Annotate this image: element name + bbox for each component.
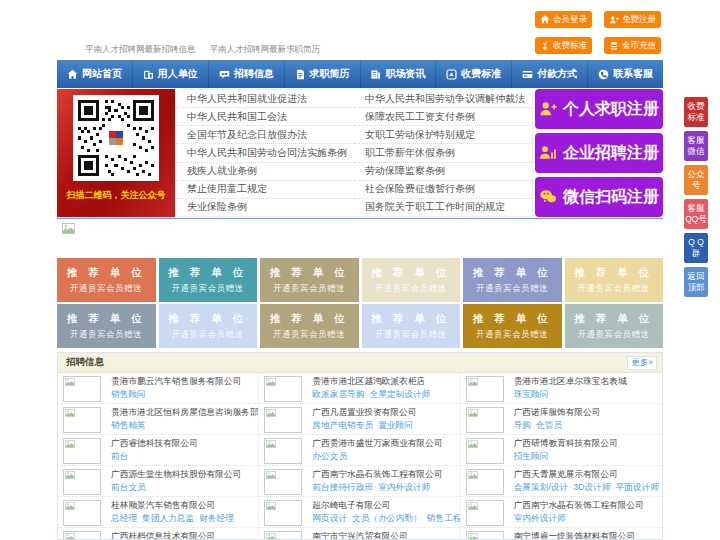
position-link[interactable]: 平面设计师	[615, 481, 658, 493]
company-link[interactable]: 南宁市宁兴汽贸有限公司	[312, 530, 426, 540]
jobs-more-link[interactable]: 更多»	[627, 356, 657, 370]
payment-icon	[522, 69, 533, 80]
position-link[interactable]: 销售工程师	[427, 512, 461, 524]
company-link[interactable]: 广西源生堂生物科技股份有限公司	[111, 468, 241, 481]
law-link[interactable]: 中华人民共和国工会法	[176, 108, 354, 126]
position-link[interactable]: 文员（办公内勤）	[352, 512, 422, 524]
position-link[interactable]: 办公文员	[312, 450, 347, 462]
position-link[interactable]: 销售顾问	[111, 388, 146, 400]
law-link[interactable]: 劳动保障监察条例	[354, 163, 532, 181]
top-button-4[interactable]: 金币充值	[604, 37, 661, 54]
position-link[interactable]: 3D设计师	[573, 481, 610, 493]
job-info: 广西南宁水晶石装饰工程有限公司前台接待行政班室内外设计师	[312, 468, 442, 496]
job-item: 广西贵港市盛世万家商业有限公司办公文员	[259, 435, 460, 466]
company-link[interactable]: 贵港市港北区卓尔珠宝名表城	[514, 375, 627, 388]
company-link[interactable]: 超尔崎电子有限公司	[312, 499, 456, 512]
position-link[interactable]: 网页设计	[312, 512, 347, 524]
promo-block[interactable]: 推 荐 单 位开通贵宾会员赠送	[463, 304, 562, 348]
law-link[interactable]: 中华人民共和国劳动合同法实施条例	[176, 144, 354, 162]
law-link[interactable]: 国务院关于职工工作时间的规定	[354, 199, 532, 216]
company-link[interactable]: 广西凡居置业投资有限公司	[312, 406, 416, 419]
register-button-3[interactable]: 微信扫码注册	[535, 177, 663, 217]
company-link[interactable]: 贵港市港北区恒科房屋信息咨询服务部	[111, 406, 255, 419]
register-button-1[interactable]: 个人求职注册	[535, 89, 663, 129]
law-link[interactable]: 全国年节及纪念日放假办法	[176, 126, 354, 144]
law-link[interactable]: 社会保险费征缴暂行条例	[354, 181, 532, 199]
position-link[interactable]: 销售精英	[111, 419, 146, 431]
side-tab-4[interactable]: 客服QQ号	[684, 199, 708, 229]
quick-link-1[interactable]: 平南人才招聘网最新招聘信息	[85, 44, 196, 56]
promo-block[interactable]: 推 荐 单 位开通贵宾会员赠送	[159, 258, 258, 302]
company-link[interactable]: 广西贵港市盛世万家商业有限公司	[312, 437, 442, 450]
law-link[interactable]: 保障农民工工资支付条例	[354, 108, 532, 126]
position-link[interactable]: 前台	[111, 450, 128, 462]
side-tab-6[interactable]: 返回顶部	[684, 267, 708, 297]
company-link[interactable]: 广西桂档信息技术有限公司	[111, 530, 215, 540]
law-link[interactable]: 残疾人就业条例	[176, 163, 354, 181]
register-button-2[interactable]: 企业招聘注册	[535, 133, 663, 173]
position-link[interactable]: 会展策划/设计	[514, 481, 569, 493]
law-link[interactable]: 禁止使用童工规定	[176, 181, 354, 199]
promo-block[interactable]: 推 荐 单 位开通贵宾会员赠送	[362, 258, 461, 302]
position-link[interactable]: 室内外设计师	[378, 481, 430, 493]
top-button-2[interactable]: 免费注册	[604, 11, 661, 28]
nav-item-3[interactable]: 招聘信息	[209, 60, 285, 88]
position-link[interactable]: 置业顾问	[378, 419, 413, 431]
nav-item-8[interactable]: 联系客服	[588, 60, 663, 88]
nav-item-4[interactable]: 求职简历	[285, 60, 361, 88]
nav-item-7[interactable]: 付款方式	[512, 60, 588, 88]
nav-item-2[interactable]: 用人单位	[133, 60, 209, 88]
top-button-1[interactable]: 会员登录	[535, 11, 592, 28]
position-link[interactable]: 室内外设计师	[514, 512, 566, 524]
promo-block-title: 推 荐 单 位	[57, 266, 156, 280]
promo-block[interactable]: 推 荐 单 位开通贵宾会员赠送	[463, 258, 562, 302]
nav-item-6[interactable]: 收费标准	[436, 60, 512, 88]
side-tab-5[interactable]: Q Q群	[684, 233, 708, 263]
promo-block[interactable]: 推 荐 单 位开通贵宾会员赠送	[57, 304, 156, 348]
side-tab-1[interactable]: 收费标准	[684, 97, 708, 127]
promo-block[interactable]: 推 荐 单 位开通贵宾会员赠送	[362, 304, 461, 348]
company-link[interactable]: 广西南宁水晶石装饰工程有限公司	[312, 468, 442, 481]
company-link[interactable]: 广西睿德科技有限公司	[111, 437, 198, 450]
company-link[interactable]: 广西南宁水晶石装饰工程有限公司	[514, 499, 644, 512]
side-tab-2[interactable]: 客服微信	[684, 131, 708, 161]
side-tab-3[interactable]: 公众号	[684, 165, 708, 195]
position-link[interactable]: 仓管员	[536, 419, 562, 431]
promo-block[interactable]: 推 荐 单 位开通贵宾会员赠送	[565, 304, 664, 348]
position-link[interactable]: 总经理	[111, 512, 137, 524]
position-link[interactable]: 珠宝顾问	[514, 388, 549, 400]
position-link[interactable]: 欧派家居导购	[312, 388, 364, 400]
broken-image-icon	[266, 471, 276, 479]
position-link[interactable]: 前台接待行政班	[312, 481, 373, 493]
promo-block[interactable]: 推 荐 单 位开通贵宾会员赠送	[57, 258, 156, 302]
position-link[interactable]: 招生顾问	[514, 450, 549, 462]
promo-block[interactable]: 推 荐 单 位开通贵宾会员赠送	[260, 304, 359, 348]
company-link[interactable]: 桂林顺景汽车销售有限公司	[111, 499, 234, 512]
promo-block[interactable]: 推 荐 单 位开通贵宾会员赠送	[260, 258, 359, 302]
nav-item-1[interactable]: 网站首页	[57, 60, 133, 88]
position-link[interactable]: 房地产电销专员	[312, 419, 373, 431]
company-link[interactable]: 广西天青展览展示有限公司	[514, 468, 659, 481]
company-link[interactable]: 广西研博教育科技有限公司	[514, 437, 618, 450]
promo-block[interactable]: 推 荐 单 位开通贵宾会员赠送	[159, 304, 258, 348]
company-link[interactable]: 广西诺库服饰有限公司	[514, 406, 601, 419]
job-logo-placeholder	[63, 376, 101, 402]
law-link[interactable]: 失业保险条例	[176, 199, 354, 216]
position-link[interactable]: 财务经理	[199, 512, 234, 524]
company-link[interactable]: 贵港市鹏云汽车销售服务有限公司	[111, 375, 241, 388]
quick-link-2[interactable]: 平南人才招聘网最新求职简历	[210, 44, 321, 56]
law-link[interactable]: 职工带薪年休假条例	[354, 144, 532, 162]
nav-item-5[interactable]: 职场资讯	[361, 60, 437, 88]
position-link[interactable]: 前台文员	[111, 481, 146, 493]
company-link[interactable]: 南宁博睿一统装饰材料有限公司	[514, 530, 636, 540]
position-link[interactable]: 全屋定制设计师	[369, 388, 430, 400]
company-link[interactable]: 贵港市港北区越鸿欧派衣柜店	[312, 375, 430, 388]
promo-block[interactable]: 推 荐 单 位开通贵宾会员赠送	[565, 258, 664, 302]
broken-image-icon	[266, 409, 276, 417]
position-link[interactable]: 导购	[514, 419, 531, 431]
position-link[interactable]: 集团人力总监	[142, 512, 194, 524]
law-link[interactable]: 女职工劳动保护特别规定	[354, 126, 532, 144]
law-link[interactable]: 中华人民共和国劳动争议调解仲裁法	[354, 90, 532, 108]
law-link[interactable]: 中华人民共和国就业促进法	[176, 90, 354, 108]
top-button-3[interactable]: 收费标准	[535, 37, 592, 54]
